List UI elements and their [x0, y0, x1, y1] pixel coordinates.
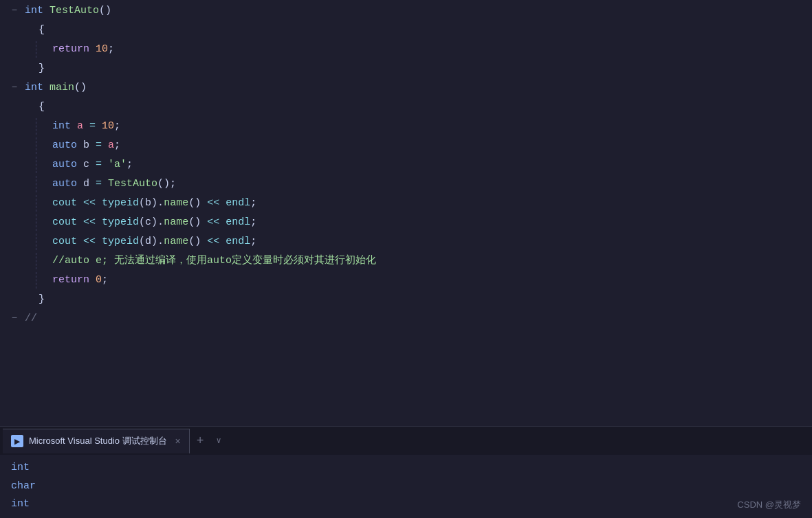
token-var-a: a: [77, 120, 83, 132]
token-var-b: b: [145, 197, 151, 209]
terminal-tab-close[interactable]: ×: [175, 436, 181, 447]
token-text: [89, 274, 96, 286]
indent-guide: [22, 118, 36, 135]
code-line: cout << typeid(b).name() << endl;: [7, 195, 812, 214]
fold-indicator: [7, 195, 22, 210]
line-content: cout << typeid(b).name() << endl;: [50, 195, 812, 212]
token-fn-typeid: typeid: [102, 197, 139, 209]
terminal-tab-add[interactable]: +: [190, 434, 211, 448]
indent-guide: [22, 60, 36, 77]
token-comment: //: [25, 313, 37, 324]
token-var-a: a: [108, 139, 114, 151]
token-text: [77, 197, 83, 209]
terminal-icon: ▶: [11, 435, 23, 447]
indent-guide: [22, 253, 36, 269]
terminal-tab-label: Microsoft Visual Studio 调试控制台: [29, 435, 167, 447]
code-line: return 0;: [7, 272, 812, 291]
token-fn-name: main: [50, 82, 74, 93]
token-fn-endl: endl: [226, 236, 250, 247]
terminal-output-line: int: [11, 497, 801, 513]
fold-indicator: [7, 137, 22, 152]
token-punct: ;: [108, 43, 114, 55]
line-content: }: [36, 291, 812, 308]
code-line: //auto e; 无法通过编译，使用auto定义变量时必须对其进行初始化: [7, 253, 812, 272]
token-text: [43, 5, 50, 16]
token-op: =: [96, 139, 102, 151]
token-punct: ();: [157, 178, 176, 190]
token-var-c: c: [83, 159, 89, 170]
fold-indicator: [7, 99, 22, 113]
terminal-token: char: [11, 479, 36, 495]
token-text: [219, 216, 226, 228]
line-content: int a = 10;: [50, 118, 812, 135]
token-text: [219, 236, 226, 247]
token-op: <<: [83, 236, 96, 247]
token-punct: ;: [250, 236, 256, 247]
fold-indicator: [7, 234, 22, 248]
token-fn-typeid: typeid: [102, 236, 139, 247]
code-line: }: [7, 60, 812, 80]
token-punct: (): [99, 5, 111, 16]
token-text: [102, 139, 108, 151]
token-punct: (): [74, 82, 87, 93]
code-line: auto d = TestAuto();: [7, 176, 812, 195]
token-brace: {: [39, 24, 45, 36]
token-text: [89, 159, 96, 170]
token-text: [96, 216, 102, 228]
code-line: cout << typeid(d).name() << endl;: [7, 234, 812, 253]
token-var-c: c: [145, 216, 151, 228]
token-punct: ;: [114, 120, 120, 132]
token-text: [77, 159, 83, 170]
code-line: auto b = a;: [7, 137, 812, 157]
token-text: [201, 197, 207, 209]
fold-indicator[interactable]: −: [7, 80, 22, 95]
token-text: [77, 216, 83, 228]
terminal-token: int: [11, 460, 30, 476]
indent-guide: [36, 118, 50, 135]
token-punct: (): [188, 236, 201, 247]
terminal-tab[interactable]: ▶ Microsoft Visual Studio 调试控制台 ×: [3, 429, 190, 453]
indent-guide: [36, 137, 50, 154]
indent-guide: [22, 22, 36, 38]
fold-indicator[interactable]: −: [7, 311, 22, 326]
token-op: =: [96, 178, 102, 190]
line-content: }: [36, 60, 812, 77]
indent-guide: [22, 291, 36, 308]
token-text: [89, 139, 96, 151]
token-text: [71, 120, 77, 132]
token-punct: ).: [151, 236, 164, 247]
code-line: }: [7, 291, 812, 311]
code-lines: −int TestAuto() { return 10; }−int main(…: [0, 0, 812, 333]
token-kw-return: return: [52, 43, 89, 55]
code-line: return 10;: [7, 41, 812, 60]
token-kw-cout: cout: [52, 197, 77, 209]
indent-guide: [36, 272, 50, 289]
code-line: {: [7, 22, 812, 41]
code-line: −int TestAuto(): [7, 3, 812, 22]
indent-guide: [36, 41, 50, 58]
indent-guide: [36, 176, 50, 192]
fold-indicator: [7, 157, 22, 171]
token-fn-name2: name: [164, 216, 188, 228]
line-content: return 10;: [50, 41, 812, 58]
fold-indicator: [7, 22, 22, 36]
terminal-tab-dropdown[interactable]: ∨: [211, 436, 227, 446]
token-punct: ;: [114, 139, 120, 151]
token-fn-name2: name: [164, 197, 188, 209]
code-line: int a = 10;: [7, 118, 812, 137]
token-kw-cout: cout: [52, 236, 77, 247]
code-line: cout << typeid(c).name() << endl;: [7, 214, 812, 234]
terminal-output-line: int: [11, 460, 801, 476]
fold-indicator[interactable]: −: [7, 3, 22, 18]
token-kw-int: int: [52, 120, 71, 132]
fold-indicator: [7, 176, 22, 190]
token-text: [102, 159, 108, 170]
token-text: [89, 43, 96, 55]
terminal-tabs-bar: ▶ Microsoft Visual Studio 调试控制台 × + ∨: [0, 426, 812, 455]
token-text: [89, 178, 96, 190]
token-fn-name2: name: [164, 236, 188, 247]
token-brace: {: [39, 101, 45, 113]
indent-guide: [36, 234, 50, 250]
token-text: [77, 178, 83, 190]
code-line: {: [7, 99, 812, 118]
